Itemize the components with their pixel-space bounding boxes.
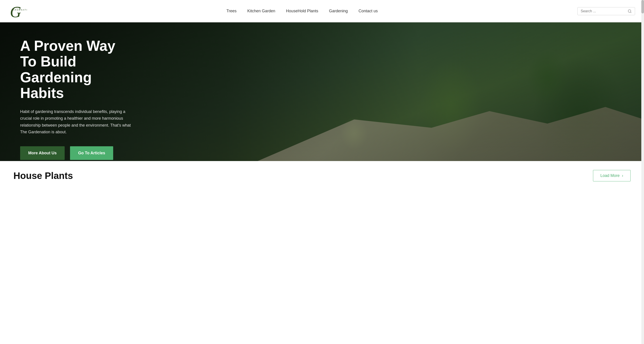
load-more-label: Load More [600,173,620,178]
site-header: G THE ARDENATION Trees Kitchen Garden Ho… [0,0,644,22]
go-to-articles-button[interactable]: Go To Articles [70,146,113,160]
svg-text:G: G [10,3,21,20]
hero-buttons: More About Us Go To Articles [20,146,132,160]
nav-item-household-plants[interactable]: HouseHold Plants [286,9,318,14]
scrollbar[interactable] [641,0,644,190]
hero-description: Habit of gardening transcends individual… [20,108,132,136]
load-more-button[interactable]: Load More › [593,170,630,182]
nav-item-kitchen-garden[interactable]: Kitchen Garden [248,9,275,14]
svg-line-4 [630,12,631,12]
load-more-arrow-icon: › [622,173,623,178]
hero-content: A Proven Way To Build Gardening Habits H… [0,22,152,161]
nav-item-gardening[interactable]: Gardening [329,9,348,14]
lower-section: House Plants Load More › [0,161,644,190]
hero-section: A Proven Way To Build Gardening Habits H… [0,22,644,161]
svg-text:THE: THE [14,6,19,8]
svg-text:ARDENATION: ARDENATION [13,9,27,11]
more-about-us-button[interactable]: More About Us [20,146,65,160]
search-button[interactable] [628,9,632,13]
search-box [577,7,635,15]
house-plants-title: House Plants [14,170,73,181]
nav-item-contact-us[interactable]: Contact us [358,9,378,14]
hero-title: A Proven Way To Build Gardening Habits [20,38,132,101]
search-input[interactable] [581,9,626,13]
nav-item-trees[interactable]: Trees [226,9,236,14]
main-nav: Trees Kitchen Garden HouseHold Plants Ga… [27,9,577,14]
scrollbar-thumb[interactable] [641,0,644,14]
logo[interactable]: G THE ARDENATION [9,2,27,20]
